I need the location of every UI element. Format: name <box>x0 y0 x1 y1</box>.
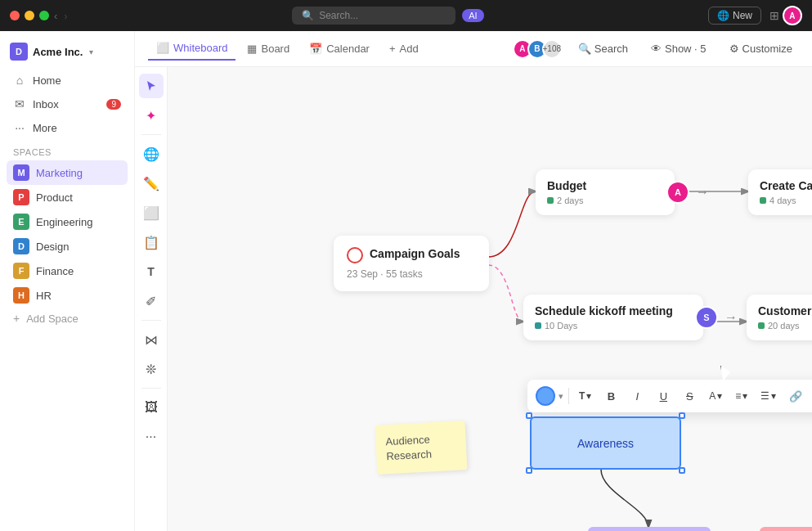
sidebar-item-home[interactable]: ⌂ Home <box>7 69 128 92</box>
select-tool[interactable] <box>139 74 164 98</box>
home-label: Home <box>33 74 61 87</box>
link-btn[interactable]: 🔗 <box>784 385 807 407</box>
connect-tool[interactable]: ⋈ <box>139 327 164 352</box>
image-tool[interactable]: 🖼 <box>139 395 164 420</box>
awareness-box[interactable]: Awareness <box>530 416 681 470</box>
hr-dot: H <box>13 287 29 304</box>
add-space-button[interactable]: + Add Space <box>7 308 128 329</box>
list-dropdown[interactable]: ☰ ▾ <box>756 387 781 405</box>
close-btn[interactable] <box>10 11 20 20</box>
tab-whiteboard-label: Whiteboard <box>173 42 227 54</box>
show-action[interactable]: 👁 Show · 5 <box>644 39 713 58</box>
customer-beta-card[interactable]: Customer Beta 20 days C <box>747 295 812 340</box>
user-avatar[interactable]: A <box>783 6 802 25</box>
sidebar-item-product[interactable]: P Product <box>7 185 128 209</box>
sidebar-item-hr[interactable]: H HR <box>7 283 128 308</box>
text-color-dropdown[interactable]: A ▾ <box>704 387 727 405</box>
italic-btn[interactable]: I <box>626 385 648 407</box>
tab-whiteboard[interactable]: ⬜ Whiteboard <box>148 37 236 61</box>
text-style-dropdown[interactable]: T ▾ <box>574 387 596 405</box>
ai-badge[interactable]: AI <box>462 9 483 22</box>
schedule-kickoff-arrow: → <box>725 310 738 325</box>
awareness-container[interactable]: Awareness <box>530 416 681 470</box>
forward-arrow[interactable]: › <box>64 10 67 22</box>
strikethrough-btn[interactable]: S <box>678 385 701 407</box>
whiteboard-canvas[interactable]: ✦ 🌐 ✏️ ⬜ 📋 T ✐ ⋈ ❊ 🖼 ··· <box>135 67 812 531</box>
pen-tool[interactable]: ✏️ <box>139 171 164 196</box>
tabbar-right: A B +108 🔍 Search 👁 Show · 5 ⚙ Customize <box>513 39 799 59</box>
new-button[interactable]: 🌐 New <box>708 7 761 25</box>
add-tab-icon: + <box>389 43 396 55</box>
separator-2 <box>141 320 161 321</box>
tab-add[interactable]: + Add <box>381 38 427 60</box>
group-tool[interactable]: ❊ <box>139 357 164 381</box>
magic-tool[interactable]: ✦ <box>139 103 164 128</box>
sticky-note[interactable]: AudienceResearch <box>375 421 467 475</box>
list-chevron: ▾ <box>771 390 776 402</box>
globe-tool[interactable]: 🌐 <box>139 142 164 166</box>
text-chevron: ▾ <box>586 390 591 402</box>
sidebar-item-inbox[interactable]: ✉ Inbox 9 <box>7 92 128 115</box>
draw-tool[interactable]: ✐ <box>139 289 164 313</box>
schedule-kickoff-card[interactable]: Schedule kickoff meeting 10 Days S → <box>523 295 703 340</box>
design-label: Design <box>36 241 69 253</box>
grid-icon[interactable]: ⊞ <box>769 9 779 22</box>
sidebar-item-marketing[interactable]: M Marketing <box>7 160 128 185</box>
awareness-label: Awareness <box>577 437 634 450</box>
brand[interactable]: D Acme Inc. ▾ <box>0 38 134 69</box>
text-color-icon: A <box>709 390 716 402</box>
window-controls: ‹ › <box>10 10 68 22</box>
create-campaign-title: Create Campaign <box>760 179 812 192</box>
color-picker-btn[interactable] <box>536 386 555 406</box>
search-action[interactable]: 🔍 Search <box>572 39 635 58</box>
content-area: ⬜ Whiteboard ▦ Board 📅 Calendar + Add A … <box>135 31 812 531</box>
marketing-label: Marketing <box>36 167 83 179</box>
sidebar-item-design[interactable]: D Design <box>7 234 128 259</box>
spaces-label: Spaces <box>0 139 134 160</box>
schedule-kickoff-days: 10 Days <box>545 321 577 331</box>
decision-box[interactable]: Decision <box>760 527 812 531</box>
align-dropdown[interactable]: ≡ ▾ <box>730 387 752 405</box>
budget-card[interactable]: Budget 2 days A → <box>536 169 675 215</box>
color-chevron[interactable]: ▾ <box>559 391 563 402</box>
bold-btn[interactable]: B <box>599 385 622 407</box>
schedule-kickoff-avatar: S <box>695 306 718 329</box>
customize-action[interactable]: ⚙ Customize <box>723 39 799 58</box>
create-campaign-card[interactable]: Create Campaign 4 days C <box>748 169 812 215</box>
tab-board[interactable]: ▦ Board <box>239 38 298 60</box>
global-search[interactable]: 🔍 Search... <box>292 7 455 25</box>
minimize-btn[interactable] <box>25 11 34 20</box>
brand-chevron-icon: ▾ <box>89 47 93 56</box>
sidebar-item-finance[interactable]: F Finance <box>7 259 128 283</box>
search-label: Search <box>594 43 628 55</box>
sidebar-item-more[interactable]: ··· More <box>7 116 128 139</box>
campaign-goals-card[interactable]: Campaign Goals 23 Sep · 55 tasks <box>334 236 489 291</box>
create-campaign-days: 4 days <box>769 196 796 205</box>
text-tool[interactable]: T <box>139 259 164 284</box>
note-tool[interactable]: 📋 <box>139 230 164 254</box>
customer-beta-dot <box>758 322 765 329</box>
sidebar-item-engineering[interactable]: E Engineering <box>7 209 128 234</box>
titlebar: ‹ › 🔍 Search... AI 🌐 New ⊞ A <box>0 0 812 31</box>
budget-avatar: A <box>666 181 689 204</box>
more-tool[interactable]: ··· <box>139 425 164 449</box>
align-chevron: ▾ <box>742 390 747 402</box>
tab-calendar[interactable]: 📅 Calendar <box>301 38 378 60</box>
more-label: More <box>33 122 57 134</box>
search-icon: 🔍 <box>302 10 314 21</box>
brand-name: Acme Inc. <box>33 46 83 58</box>
schedule-kickoff-dot <box>535 322 541 329</box>
maximize-btn[interactable] <box>39 11 49 20</box>
underline-btn[interactable]: U <box>652 385 675 407</box>
align-icon: ≡ <box>735 390 741 402</box>
separator-1 <box>141 134 161 135</box>
tab-add-label: Add <box>400 43 419 55</box>
formatting-toolbar: ▾ T ▾ B I U S A ▾ ≡ ▾ ☰ <box>527 380 812 412</box>
rect-tool[interactable]: ⬜ <box>139 200 164 225</box>
back-arrow[interactable]: ‹ <box>54 10 57 22</box>
interest-box[interactable]: Interest <box>588 527 711 531</box>
new-icon: 🌐 <box>717 10 729 21</box>
calendar-icon: 📅 <box>309 43 322 55</box>
text-color-chevron: ▾ <box>717 390 722 402</box>
inbox-icon: ✉ <box>13 97 26 110</box>
